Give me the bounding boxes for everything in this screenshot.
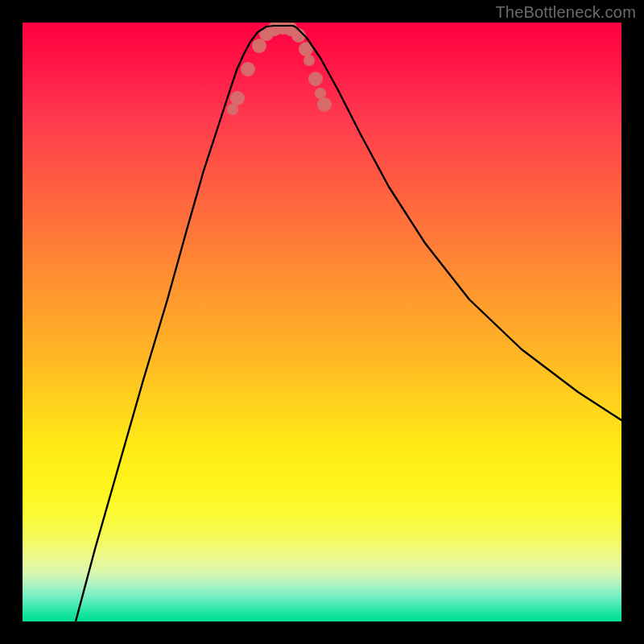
marker-dot xyxy=(252,39,266,53)
marker-dot xyxy=(315,88,326,99)
curve-layer xyxy=(23,23,621,621)
marker-dot xyxy=(241,62,255,76)
marker-dot xyxy=(308,72,323,86)
curve-left-curve xyxy=(76,27,266,621)
marker-dot xyxy=(230,91,245,105)
plot-area xyxy=(23,23,621,621)
marker-dots xyxy=(227,23,332,115)
watermark-label: TheBottleneck.com xyxy=(495,3,636,22)
marker-dot xyxy=(317,97,332,112)
marker-dot xyxy=(227,104,238,115)
curve-right-curve xyxy=(296,27,621,420)
chart-frame: TheBottleneck.com xyxy=(0,0,644,644)
marker-dot xyxy=(303,55,315,66)
